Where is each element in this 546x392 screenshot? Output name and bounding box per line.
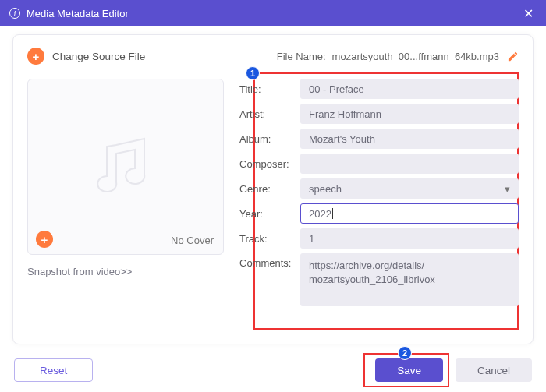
label-comments: Comments: (239, 253, 300, 269)
save-button[interactable]: Save (375, 358, 443, 382)
album-field[interactable]: Mozart's Youth (300, 129, 519, 149)
filename-label: File Name: (277, 51, 326, 62)
filename-value: mozartsyouth_00...ffmann_64kb.mp3 (332, 51, 499, 62)
snapshot-from-video-link[interactable]: Snapshot from video>> (27, 266, 224, 277)
cancel-button[interactable]: Cancel (456, 358, 532, 382)
artist-field[interactable]: Franz Hoffmann (300, 104, 519, 124)
title-field[interactable]: 00 - Preface (300, 79, 519, 99)
window-title: Media Metadata Editor (27, 8, 129, 19)
track-field[interactable]: 1 (300, 228, 519, 249)
composer-field[interactable] (300, 154, 519, 174)
add-cover-icon[interactable]: + (36, 231, 53, 248)
main-panel: + Change Source File File Name: mozartsy… (12, 34, 534, 344)
label-title: Title: (239, 83, 300, 95)
label-album: Album: (239, 133, 300, 145)
label-composer: Composer: (239, 158, 300, 170)
body-row: + No Cover Snapshot from video>> 1 Title… (27, 79, 519, 328)
titlebar: i Media Metadata Editor ✕ (0, 0, 546, 26)
metadata-form: Title: 00 - Preface Artist: Franz Hoffma… (239, 79, 519, 306)
music-note-icon (87, 128, 165, 206)
content: + Change Source File File Name: mozartsy… (0, 26, 546, 348)
no-cover-label: No Cover (171, 235, 214, 246)
edit-filename-icon[interactable] (507, 51, 519, 62)
chevron-down-icon: ▾ (505, 183, 510, 195)
change-source-button[interactable]: Change Source File (52, 51, 145, 62)
footer: Reset Save Cancel 2 (0, 348, 546, 392)
label-genre: Genre: (239, 183, 300, 195)
genre-select[interactable]: speech ▾ (300, 178, 519, 199)
cover-art-box[interactable]: + No Cover (27, 79, 224, 255)
close-icon[interactable]: ✕ (520, 3, 537, 24)
info-icon: i (9, 8, 20, 19)
form-column: 1 Title: 00 - Preface Artist: Franz Hoff… (239, 79, 519, 328)
reset-button[interactable]: Reset (14, 358, 93, 382)
label-artist: Artist: (239, 108, 300, 120)
top-row: + Change Source File File Name: mozartsy… (27, 48, 519, 65)
label-year: Year: (239, 208, 300, 220)
label-track: Track: (239, 233, 300, 245)
cover-column: + No Cover Snapshot from video>> (27, 79, 224, 328)
window: i Media Metadata Editor ✕ + Change Sourc… (0, 0, 546, 392)
year-field[interactable]: 2022 (300, 203, 519, 224)
change-source-icon[interactable]: + (27, 48, 44, 65)
callout-badge-1: 1 (246, 66, 260, 80)
callout-badge-2: 2 (398, 346, 412, 360)
comments-field[interactable]: https://archive.org/details/ mozartsyout… (300, 253, 519, 306)
